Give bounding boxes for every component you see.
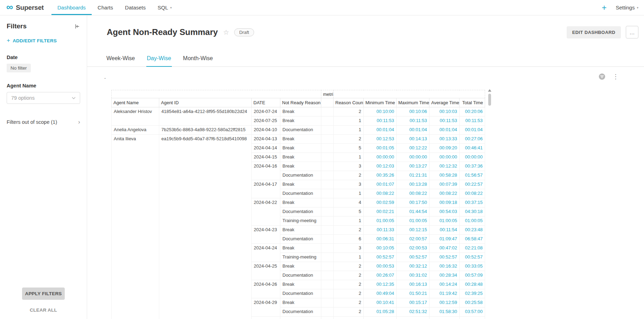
cell-minimum-time[interactable]: 00:06:31 [364, 235, 397, 244]
cell-total-time[interactable]: 00:22:57 [460, 180, 485, 189]
cell-average-time[interactable]: 00:14:24 [429, 280, 460, 289]
cell-total-time[interactable]: 02:21:08 [460, 244, 485, 253]
cell-total-time[interactable]: 01:00:05 [460, 217, 485, 226]
settings-menu[interactable]: Settings ▾ [616, 5, 638, 10]
cell-average-time[interactable]: 00:58:28 [429, 171, 460, 180]
col-agent-id[interactable]: Agent ID [159, 98, 252, 107]
cell-minimum-time[interactable]: 00:35:26 [364, 171, 397, 180]
cell-average-time[interactable]: 00:47:02 [429, 244, 460, 253]
cell-maximum-time[interactable]: 01:21:31 [397, 171, 429, 180]
cell-minimum-time[interactable]: 00:01:07 [364, 180, 397, 189]
cell-average-time[interactable]: 00:09:20 [429, 144, 460, 153]
cell-maximum-time[interactable]: 00:01:04 [397, 126, 429, 135]
cell-average-time[interactable]: 00:13:33 [429, 135, 460, 144]
scroll-up-icon[interactable] [488, 89, 491, 92]
cell-minimum-time[interactable]: 00:11:53 [364, 116, 397, 126]
new-button[interactable]: + [602, 3, 607, 12]
cell-total-time[interactable]: 00:46:41 [460, 144, 485, 153]
cell-total-time[interactable]: 02:39:25 [460, 289, 485, 298]
cell-average-time[interactable]: 01:58:30 [429, 307, 460, 317]
cell-maximum-time[interactable]: 01:44:54 [397, 207, 429, 217]
cell-minimum-time[interactable]: 00:10:41 [364, 298, 397, 307]
cell-maximum-time[interactable]: 00:17:50 [397, 198, 429, 207]
cell-minimum-time[interactable]: 00:02:21 [364, 207, 397, 217]
cell-minimum-time[interactable]: 00:26:07 [364, 271, 397, 280]
cell-minimum-time[interactable]: 00:02:59 [364, 198, 397, 207]
cell-maximum-time[interactable]: 00:16:13 [397, 280, 429, 289]
col-total-time[interactable]: Total Time [460, 98, 485, 107]
cell-maximum-time[interactable]: 00:31:02 [397, 271, 429, 280]
cell-average-time[interactable]: 00:11:53 [429, 116, 460, 126]
cell-total-time[interactable]: 00:52:57 [460, 253, 485, 262]
cell-average-time[interactable]: 01:00:05 [429, 217, 460, 226]
cell-average-time[interactable]: 00:07:39 [429, 180, 460, 189]
cell-maximum-time[interactable]: 00:12:15 [397, 226, 429, 235]
col-agent-name[interactable]: Agent Name [112, 98, 159, 107]
cell-maximum-time[interactable]: 02:00:57 [397, 235, 429, 244]
col-average-time[interactable]: Average Time [429, 98, 460, 107]
filters-out-of-scope[interactable]: Filters out of scope (1) › [7, 119, 80, 126]
col-minimum-time[interactable]: Minimum Time [364, 98, 397, 107]
cell-average-time[interactable]: 00:08:22 [429, 189, 460, 198]
nav-item-datasets[interactable]: Datasets [119, 0, 152, 15]
cell-average-time[interactable]: 00:12:32 [429, 162, 460, 171]
cell-minimum-time[interactable]: 00:10:10 [364, 317, 397, 319]
cell-total-time[interactable]: 01:56:57 [460, 171, 485, 180]
cell-minimum-time[interactable]: 00:01:04 [364, 126, 397, 135]
cell-maximum-time[interactable]: 00:08:22 [397, 189, 429, 198]
cell-average-time[interactable]: 00:54:03 [429, 207, 460, 217]
cell-maximum-time[interactable]: 00:10:06 [397, 107, 429, 116]
cell-average-time[interactable]: 00:11:54 [429, 226, 460, 235]
cell-minimum-time[interactable]: 00:01:05 [364, 144, 397, 153]
cell-minimum-time[interactable]: 00:10:00 [364, 107, 397, 116]
cell-total-time[interactable]: 06:58:47 [460, 235, 485, 244]
cell-average-time[interactable]: 00:12:59 [429, 298, 460, 307]
cell-maximum-time[interactable]: 02:00:53 [397, 244, 429, 253]
cell-minimum-time[interactable]: 00:00:00 [364, 153, 397, 162]
cell-average-time[interactable]: 00:10:03 [429, 107, 460, 116]
cell-total-time[interactable]: 03:57:00 [460, 307, 485, 317]
date-filter-value-chip[interactable]: No filter [7, 64, 31, 72]
cell-minimum-time[interactable]: 00:10:05 [364, 244, 397, 253]
cell-maximum-time[interactable]: 00:11:53 [397, 116, 429, 126]
add-edit-filters-button[interactable]: + ADD/EDIT FILTERS [7, 37, 80, 44]
cell-total-time[interactable]: 00:00:00 [460, 153, 485, 162]
cell-total-time[interactable]: 00:27:06 [460, 135, 485, 144]
col-maximum-time[interactable]: Maximum Time [397, 98, 429, 107]
cell-average-time[interactable]: 01:09:47 [429, 235, 460, 244]
cell-maximum-time[interactable]: 00:32:12 [397, 262, 429, 271]
favorite-star-icon[interactable]: ☆ [223, 28, 229, 36]
cell-maximum-time[interactable]: 00:18:26 [397, 317, 429, 319]
more-options-button[interactable]: … [626, 26, 638, 38]
cell-total-time[interactable]: 00:37:15 [460, 198, 485, 207]
cell-maximum-time[interactable]: 00:00:00 [397, 153, 429, 162]
apply-filters-button[interactable]: APPLY FILTERS [22, 288, 65, 300]
cell-maximum-time[interactable]: 00:13:28 [397, 180, 429, 189]
cell-minimum-time[interactable]: 00:49:04 [364, 289, 397, 298]
nav-item-charts[interactable]: Charts [92, 0, 119, 15]
cell-maximum-time[interactable]: 00:13:27 [397, 162, 429, 171]
cell-total-time[interactable]: 00:33:05 [460, 262, 485, 271]
scrollbar-thumb[interactable] [488, 94, 491, 106]
cell-maximum-time[interactable]: 01:00:05 [397, 217, 429, 226]
cell-minimum-time[interactable]: 00:52:57 [364, 253, 397, 262]
tab-week-wise[interactable]: Week-Wise [106, 52, 136, 67]
cell-minimum-time[interactable]: 01:05:28 [364, 307, 397, 317]
cell-average-time[interactable]: 00:28:34 [429, 271, 460, 280]
col-not-ready-reason[interactable]: Not Ready Reason [280, 98, 321, 107]
cell-minimum-time[interactable]: 00:08:22 [364, 189, 397, 198]
cell-total-time[interactable]: 00:08:22 [460, 189, 485, 198]
chart-kebab-menu-icon[interactable]: ⋮ [612, 73, 619, 80]
cell-total-time[interactable]: 00:28:48 [460, 280, 485, 289]
cell-total-time[interactable]: 00:39:27 [460, 317, 485, 319]
cell-total-time[interactable]: 00:20:06 [460, 107, 485, 116]
cell-total-time[interactable]: 00:01:04 [460, 126, 485, 135]
cell-average-time[interactable]: 00:01:04 [429, 126, 460, 135]
cell-total-time[interactable]: 00:23:48 [460, 226, 485, 235]
table-scrollbar[interactable] [488, 88, 492, 319]
edit-dashboard-button[interactable]: EDIT DASHBOARD [567, 26, 621, 38]
cell-minimum-time[interactable]: 01:00:05 [364, 217, 397, 226]
cell-total-time[interactable]: 00:57:09 [460, 271, 485, 280]
agent-name-select[interactable]: 79 options [7, 92, 80, 104]
cell-minimum-time[interactable]: 00:12:03 [364, 162, 397, 171]
